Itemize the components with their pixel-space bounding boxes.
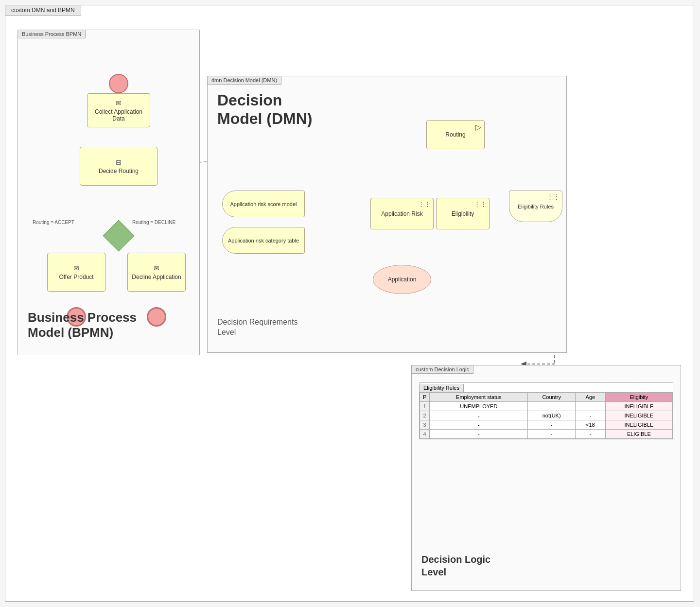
eligibility-table-container: Eligibility Rules P Employment status Co… bbox=[419, 382, 673, 439]
dmn-application-label: Application bbox=[388, 276, 417, 283]
age-cell: <18 bbox=[575, 420, 605, 430]
employment-status-cell: - bbox=[430, 430, 528, 439]
age-cell: - bbox=[575, 402, 605, 411]
eligibility-table-tab: Eligibility Rules bbox=[420, 384, 464, 392]
decline-envelope-icon: ✉ bbox=[154, 264, 159, 272]
col-p: P bbox=[420, 393, 430, 402]
dmn-eligibility-label: Eligibility bbox=[452, 210, 474, 217]
bpmn-offer-label: Offer Product bbox=[59, 274, 93, 280]
dmn-eligibility-box: ⋮⋮ Eligibility bbox=[436, 198, 490, 229]
country-cell: - bbox=[528, 420, 576, 430]
dl-panel: custom Decision Logic Eligibility Rules … bbox=[411, 365, 681, 591]
dmn-sub-label: Decision Requirements Level bbox=[217, 317, 298, 338]
country-cell: - bbox=[528, 430, 576, 439]
row-num: 2 bbox=[420, 411, 430, 420]
dmn-eligibility-rules-label: Eligibility Rules bbox=[518, 204, 554, 209]
eligibility-cell: INELIGIBLE bbox=[605, 420, 672, 430]
eligibility-cell: ELIGIBLE bbox=[605, 430, 672, 439]
eligibility-rules-table: P Employment status Country Age Eligibit… bbox=[420, 392, 673, 439]
envelope-icon: ✉ bbox=[116, 99, 122, 107]
dmn-risk-category-table: Application risk category table bbox=[222, 227, 305, 254]
row-num: 3 bbox=[420, 420, 430, 430]
employment-status-cell: - bbox=[430, 420, 528, 430]
dmn-app-risk-label: Application Risk bbox=[381, 210, 422, 217]
employment-status-cell: UNEMPLOYED bbox=[430, 402, 528, 411]
row-num: 1 bbox=[420, 402, 430, 411]
country-cell: not(UK) bbox=[528, 411, 576, 420]
bpmn-decide-label: Decide Routing bbox=[99, 168, 139, 174]
dmn-risk-score-model: Application risk score model bbox=[222, 191, 305, 217]
routing-accept-label: Routing = ACCEPT bbox=[33, 220, 74, 225]
dmn-app-risk-box: ⋮⋮ Application Risk bbox=[370, 198, 434, 229]
routing-arrow-icon: ▷ bbox=[475, 122, 481, 132]
eligibility-cell: INELIGIBLE bbox=[605, 402, 672, 411]
offer-envelope-icon: ✉ bbox=[73, 264, 79, 272]
table-row: 1 UNEMPLOYED - - INELIGIBLE bbox=[420, 402, 673, 411]
employment-status-cell: - bbox=[430, 411, 528, 420]
dmn-eligibility-rules-box: ⋮⋮ Eligibility Rules bbox=[509, 191, 562, 222]
col-age: Age bbox=[575, 393, 605, 402]
table-icon-elig: ⋮⋮ bbox=[474, 200, 487, 208]
table-row: 2 - not(UK) - INELIGIBLE bbox=[420, 411, 673, 420]
table-row: 3 - - <18 INELIGIBLE bbox=[420, 420, 673, 430]
bpmn-panel: Business Process BPMN ✉ Collect Applicat… bbox=[18, 30, 200, 355]
table-icon-rules: ⋮⋮ bbox=[547, 193, 560, 200]
bpmn-decline-label: Decline Application bbox=[132, 274, 181, 280]
dmn-routing-box: ▷ Routing bbox=[426, 120, 485, 149]
main-container: custom DMN and BPMN bbox=[5, 5, 694, 602]
country-cell: - bbox=[528, 402, 576, 411]
dmn-risk-score-label: Application risk score model bbox=[230, 201, 297, 207]
bpmn-gateway bbox=[103, 220, 134, 251]
bpmn-decline-task: ✉ Decline Application bbox=[127, 253, 186, 292]
routing-decline-label: Routing = DECLINE bbox=[132, 220, 175, 225]
bpmn-collect-label: Collect Application Data bbox=[90, 108, 147, 122]
main-title: custom DMN and BPMN bbox=[5, 5, 81, 16]
bpmn-start-event bbox=[109, 74, 128, 93]
bpmn-main-label: Business Process Model (BPMN) bbox=[28, 310, 137, 340]
col-country: Country bbox=[528, 393, 576, 402]
grid-icon: ⊟ bbox=[116, 158, 122, 166]
row-num: 4 bbox=[420, 430, 430, 439]
bpmn-decide-task: ⊟ Decide Routing bbox=[80, 147, 158, 186]
age-cell: - bbox=[575, 411, 605, 420]
dmn-panel-title: dmn Decision Model (DMN) bbox=[207, 76, 281, 85]
age-cell: - bbox=[575, 430, 605, 439]
bpmn-collect-task: ✉ Collect Application Data bbox=[87, 93, 150, 127]
table-row: 4 - - - ELIGIBLE bbox=[420, 430, 673, 439]
dmn-routing-label: Routing bbox=[445, 131, 465, 138]
table-icon-risk: ⋮⋮ bbox=[418, 200, 431, 208]
dmn-main-label: Decision Model (DMN) bbox=[217, 91, 313, 128]
bpmn-end-event-2 bbox=[147, 307, 166, 327]
dmn-application-oval: Application bbox=[373, 265, 431, 294]
eligibility-cell: INELIGIBLE bbox=[605, 411, 672, 420]
dl-main-label: Decision Logic Level bbox=[421, 553, 490, 578]
bpmn-offer-task: ✉ Offer Product bbox=[47, 253, 105, 292]
dmn-panel: dmn Decision Model (DMN) Decision Model … bbox=[207, 76, 567, 353]
col-employment: Employment status bbox=[430, 393, 528, 402]
dmn-risk-cat-label: Application risk category table bbox=[228, 238, 299, 243]
dl-panel-title: custom Decision Logic bbox=[411, 365, 473, 374]
col-eligibility: Eligibity bbox=[605, 393, 672, 402]
bpmn-panel-title: Business Process BPMN bbox=[18, 30, 86, 38]
